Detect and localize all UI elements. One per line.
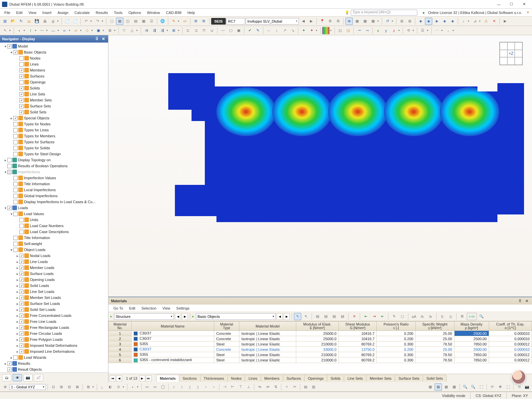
tree-item[interactable]: Imperfection Values: [1, 175, 108, 181]
materials-menu-selection[interactable]: Selection: [138, 306, 159, 311]
tree-item[interactable]: ✓Solid Sets: [1, 109, 108, 115]
materials-tab-sections[interactable]: Sections: [179, 375, 200, 382]
tree-checkbox[interactable]: [7, 158, 12, 162]
end-snap-icon[interactable]: •: [129, 383, 136, 391]
tree-item[interactable]: ▸✓Free Rectangular Loads: [1, 325, 108, 331]
zoom-out-icon[interactable]: 🔍: [469, 383, 477, 391]
snap2-icon[interactable]: ⊞: [58, 383, 65, 391]
snap-toggle-icon[interactable]: ⊙: [115, 383, 122, 391]
menu-results[interactable]: Results: [93, 10, 111, 16]
tree-checkbox[interactable]: [13, 242, 18, 246]
tool-a-icon[interactable]: ⚙: [327, 18, 334, 25]
sel-c-icon[interactable]: ◯: [159, 383, 167, 391]
box-a-icon[interactable]: ▢: [227, 27, 234, 34]
tree-checkbox[interactable]: [13, 122, 18, 126]
tree-item[interactable]: ▸✓Surface Loads: [1, 271, 108, 277]
grid-toggle-icon[interactable]: ⊞: [84, 383, 92, 391]
tool-c-icon[interactable]: ▦: [353, 18, 361, 25]
iso-b-icon[interactable]: ◲: [344, 27, 352, 34]
report2-icon[interactable]: 📄: [71, 18, 79, 25]
polar-icon[interactable]: ◐: [107, 383, 114, 391]
materials-tab-surface-sets[interactable]: Surface Sets: [395, 375, 423, 382]
dline-f-icon[interactable]: ~: [210, 383, 217, 391]
sel-a-icon[interactable]: ▭: [143, 383, 151, 391]
delete-row-icon[interactable]: ✕: [350, 313, 358, 320]
tree-item[interactable]: ▸Display Topology on: [1, 157, 108, 163]
copy-b-icon[interactable]: ⇶: [151, 27, 158, 34]
print-icon[interactable]: 🖨: [49, 18, 57, 25]
paste-cell-icon[interactable]: ⎙: [447, 313, 454, 320]
materials-tab-thicknesses[interactable]: Thicknesses: [200, 375, 228, 382]
support-b-icon[interactable]: △: [128, 27, 136, 34]
edit-a-icon[interactable]: ✎: [254, 27, 261, 34]
dim-b-icon[interactable]: ↕: [273, 27, 280, 34]
next-page-button[interactable]: ▶: [139, 375, 145, 381]
combo-prev-button[interactable]: ◀: [175, 313, 181, 320]
sect-c-icon[interactable]: ⊓: [200, 27, 207, 34]
result-e-icon[interactable]: ◈: [449, 18, 456, 25]
orientation-widget[interactable]: +Z: [499, 42, 523, 65]
clear-cell-icon[interactable]: ▢: [399, 313, 406, 320]
view-x-icon[interactable]: ⇀: [355, 27, 363, 34]
tree-checkbox[interactable]: ✓: [19, 320, 24, 324]
keyword-search[interactable]: Type a keyword (Alt+Q): [351, 10, 417, 16]
materials-expand-button[interactable]: ⠿: [517, 298, 523, 304]
copy-d-icon[interactable]: ⊞: [170, 27, 177, 34]
tree-item[interactable]: Self-weight: [1, 241, 108, 247]
redo-icon[interactable]: ↷: [94, 18, 101, 25]
table-row[interactable]: 2C30/37ConcreteIsotropic | Linear Elasti…: [109, 336, 532, 341]
dim-c-icon[interactable]: ↗: [281, 27, 288, 34]
table-row[interactable]: 3S355SteelIsotropic | Linear Elastic2100…: [109, 341, 532, 347]
refresh-icon[interactable]: ↻: [17, 18, 25, 25]
tree-item[interactable]: ▸✓Results: [1, 360, 108, 366]
polyline-icon[interactable]: 〰: [38, 27, 46, 34]
tree-item[interactable]: Load Case Numbers: [1, 223, 108, 229]
structure-combo[interactable]: Structure▾: [114, 313, 174, 320]
materials-tab-surfaces[interactable]: Surfaces: [283, 375, 305, 382]
assistant-avatar[interactable]: [511, 370, 526, 384]
load-combo[interactable]: Inviluppo SLV_Dlubal▾: [246, 18, 299, 25]
tree-checkbox[interactable]: ✓: [19, 314, 24, 318]
surface-icon[interactable]: ▱: [72, 27, 79, 34]
ortho-icon[interactable]: ∟: [99, 383, 106, 391]
col-d-icon[interactable]: ▤: [339, 313, 346, 320]
menu-file[interactable]: File: [1, 10, 13, 16]
tree-checkbox[interactable]: ✓: [19, 110, 24, 114]
snap4-icon[interactable]: ⊠: [73, 383, 81, 391]
tree-item[interactable]: ▸✓Nodal Loads: [1, 253, 108, 259]
globe-icon[interactable]: 🌐: [159, 18, 166, 25]
table-header[interactable]: Material Model: [239, 322, 296, 331]
warning-icon[interactable]: ⚠: [482, 18, 490, 25]
reset-view-icon[interactable]: ↺: [384, 18, 391, 25]
tree-item[interactable]: Openings: [1, 79, 108, 85]
report-icon[interactable]: 📄: [64, 18, 71, 25]
menu-edit[interactable]: Edit: [13, 10, 26, 16]
layer-a-icon[interactable]: ▤: [302, 383, 309, 391]
tree-checkbox[interactable]: ✓: [19, 343, 24, 348]
diag-a-icon[interactable]: 〰: [219, 27, 226, 34]
support-a-icon[interactable]: ▽: [120, 27, 128, 34]
table-row[interactable]: 6S355 - controventi instabilizzantiSteel…: [109, 357, 532, 363]
rotate-a-icon[interactable]: ⟲: [405, 27, 412, 34]
tree-item[interactable]: ✓Solids: [1, 85, 108, 91]
result-c-icon[interactable]: ◈: [433, 18, 440, 25]
tree-checkbox[interactable]: ✓: [19, 74, 24, 78]
calc-icon[interactable]: ▶: [501, 18, 509, 25]
tree-checkbox[interactable]: [13, 146, 18, 150]
tree-checkbox[interactable]: [7, 164, 12, 168]
table-icon[interactable]: ▤: [132, 18, 139, 25]
split-icon[interactable]: ✂: [291, 383, 298, 391]
trim-b-icon[interactable]: ⊢: [229, 383, 236, 391]
folder-open-icon[interactable]: 🗂: [25, 18, 33, 25]
pan-icon[interactable]: ✥: [496, 383, 504, 391]
member-icon[interactable]: —: [50, 27, 57, 34]
tree-checkbox[interactable]: [13, 134, 18, 138]
tree-item[interactable]: ▸✓Opening Loads: [1, 277, 108, 283]
materials-tab-solid-sets[interactable]: Solid Sets: [423, 375, 447, 382]
materials-tab-lines[interactable]: Lines: [245, 375, 261, 382]
tree-item[interactable]: Units: [1, 217, 108, 223]
tree-checkbox[interactable]: ✓: [19, 272, 24, 276]
tree-checkbox[interactable]: [19, 80, 24, 84]
tree-item[interactable]: ▾Object Loads: [1, 247, 108, 253]
filter-cell-icon[interactable]: ⚙: [459, 313, 466, 320]
